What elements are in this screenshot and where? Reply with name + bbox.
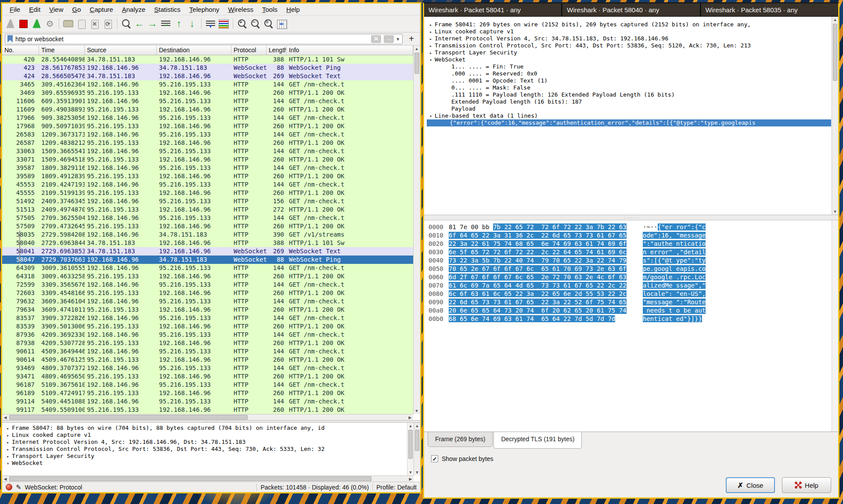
column-header-destination[interactable]: Destination <box>157 46 231 55</box>
hex-row[interactable]: 009022 6d 65 73 73 61 67 65 22 3a 22 52 … <box>429 298 838 306</box>
save-capture-icon[interactable] <box>76 18 87 30</box>
column-header-info[interactable]: Info <box>287 46 413 55</box>
packet-list-vscrollbar[interactable]: ▲ ▼ <box>413 46 420 414</box>
expand-arrow-icon[interactable]: ▸ <box>4 446 12 453</box>
menu-edit[interactable]: Edit <box>25 5 44 14</box>
window-titlebar[interactable]: Wireshark · Packet 58035 · any <box>701 4 838 17</box>
expand-arrow-icon[interactable]: ▾ <box>427 113 435 119</box>
hex-row[interactable]: 00306e 5f 65 72 72 6f 72 22 2c 22 64 65 … <box>429 248 838 256</box>
menu-telephony[interactable]: Telephony <box>185 5 223 14</box>
detail-row[interactable]: ▸Transport Layer Security <box>4 453 404 460</box>
go-first-packet-icon[interactable]: ↑ <box>173 18 185 30</box>
tree-row[interactable]: .... 0001 = Opcode: Text (1) <box>427 77 831 84</box>
details-hscrollbar[interactable]: ◀ ▶ <box>2 475 414 482</box>
column-header-source[interactable]: Source <box>85 46 157 55</box>
tree-row[interactable]: ▾Line-based text data (1 lines) <box>427 112 831 119</box>
packet-row[interactable]: 11606609.359139013192.168.146.9695.216.1… <box>2 97 413 105</box>
tree-row[interactable]: ▸Internet Protocol Version 4, Src: 34.78… <box>427 35 831 42</box>
packet-row[interactable]: 580352729.5984208…192.168.146.9634.78.15… <box>2 230 413 239</box>
scroll-down-icon[interactable]: ▼ <box>414 469 420 475</box>
packet-row[interactable]: 643183009.4633258…95.216.195.133192.168.… <box>2 272 413 281</box>
tree-row[interactable]: ▾WebSocket <box>427 56 831 63</box>
expand-arrow-icon[interactable]: ▸ <box>427 29 435 35</box>
scroll-down-icon[interactable]: ▼ <box>407 469 414 475</box>
reload-capture-icon[interactable]: ⟳ <box>102 18 114 30</box>
menu-analyze[interactable]: Analyze <box>118 5 149 14</box>
tree-row[interactable]: 0... .... = Mask: False <box>427 84 831 91</box>
window-titlebar[interactable]: Wireshark · Packet 58041 · any <box>424 4 561 17</box>
vscroll-thumb[interactable] <box>833 24 837 81</box>
expand-arrow-icon[interactable]: ▸ <box>4 439 12 446</box>
go-forward-icon[interactable]: → <box>147 18 159 30</box>
details-vscrollbar-inner[interactable]: ▲ ▼ <box>407 423 414 475</box>
filter-apply-icon[interactable]: → <box>384 35 394 43</box>
packet-row[interactable]: 835393909.5013006…95.216.195.133192.168.… <box>2 322 413 331</box>
menu-capture[interactable]: Capture <box>86 5 117 14</box>
column-header-length[interactable]: Length <box>267 46 287 55</box>
packet-row[interactable]: 42028.55464089834.78.151.183192.168.146.… <box>2 55 413 64</box>
go-to-packet-icon[interactable]: → <box>160 18 172 30</box>
hex-row[interactable]: 00106f 64 65 22 3a 31 36 2c 22 6d 65 73 … <box>429 231 838 240</box>
hex-row[interactable]: 000081 7e 00 bb 7b 22 65 72 72 6f 72 22 … <box>429 223 838 231</box>
hex-vscrollbar[interactable] <box>832 220 838 432</box>
auto-scroll-icon[interactable]: ▾ <box>205 18 216 30</box>
tree-row[interactable]: ▸Linux cooked capture v1 <box>427 28 831 35</box>
tree-row[interactable]: ▸Transport Layer Security <box>427 49 831 56</box>
packet-row[interactable]: 330711509.4694518…95.216.195.133192.168.… <box>2 155 413 164</box>
window-titlebar[interactable]: Wireshark · Packet 58040 · any <box>562 4 699 17</box>
show-packet-bytes-checkbox[interactable]: ✓ <box>431 455 438 462</box>
packet-list-hscrollbar[interactable]: ◀ ▶ <box>2 414 413 420</box>
expand-arrow-icon[interactable]: ▸ <box>427 36 435 42</box>
tree-row[interactable]: Extended Payload length (16 bits): 187 <box>427 98 831 105</box>
filter-dropdown-icon[interactable]: ▾ <box>396 36 399 42</box>
packet-row[interactable]: 265871209.4838212…95.216.195.133192.168.… <box>2 139 413 147</box>
packet-row[interactable]: 514922409.3746345…192.168.146.9695.216.1… <box>2 197 413 205</box>
packet-row[interactable]: 395871809.3829116…192.168.146.9695.216.1… <box>2 164 413 172</box>
tree-row[interactable]: ▸Transmission Control Protocol, Src Port… <box>427 42 831 49</box>
tree-row[interactable]: 1... .... = Fin: True <box>427 63 831 70</box>
packet-row[interactable]: 991145409.4451088…192.168.146.9695.216.1… <box>2 397 413 406</box>
expand-arrow-icon[interactable]: ▸ <box>4 453 12 460</box>
restart-capture-icon[interactable] <box>31 18 43 30</box>
tree-row[interactable]: .000 .... = Reserved: 0x0 <box>427 70 831 77</box>
detail-row[interactable]: ▸Internet Protocol Version 4, Src: 192.1… <box>4 439 404 446</box>
status-profile-text[interactable]: Profile: Default <box>376 484 417 491</box>
stop-capture-icon[interactable] <box>18 18 29 30</box>
packet-row[interactable]: 42328.561767853192.168.146.9634.78.151.1… <box>2 64 413 72</box>
zoom-in-icon[interactable]: + <box>236 18 248 30</box>
detail-row[interactable]: ▸Frame 58047: 88 bytes on wire (704 bits… <box>4 425 404 432</box>
hex-row[interactable]: 004073 22 3a 5b 7b 22 40 74 79 70 65 22 … <box>429 256 838 265</box>
scroll-up-icon[interactable]: ▲ <box>407 423 414 429</box>
detail-row[interactable]: ▸Transmission Control Protocol, Src Port… <box>4 446 404 453</box>
packet-row[interactable]: 515132409.4974870…95.216.195.133192.168.… <box>2 205 413 214</box>
packet-row[interactable]: 42428.56650547634.78.151.183192.168.146.… <box>2 72 413 80</box>
hex-row[interactable]: 00a020 6e 65 65 64 73 20 74 6f 20 62 65 … <box>429 306 838 315</box>
packet-row[interactable]: 3469309.65596935795.216.195.133192.168.1… <box>2 89 413 97</box>
packet-row[interactable]: 796343609.4741011…95.216.195.133192.168.… <box>2 306 413 314</box>
zoom-out-icon[interactable]: − <box>249 18 261 30</box>
packet-row[interactable]: 395891809.4912839…95.216.195.133192.168.… <box>2 172 413 180</box>
capture-options-icon[interactable]: ⚙ <box>44 18 56 30</box>
tree-vscrollbar[interactable]: ▲ ▼ <box>832 17 838 215</box>
packet-row[interactable]: 934714809.4695650…95.216.195.133192.168.… <box>2 372 413 381</box>
scroll-up-icon[interactable]: ▲ <box>414 46 420 52</box>
filter-clear-icon[interactable]: ✕ <box>371 35 381 43</box>
scroll-right-icon[interactable]: ▶ <box>407 476 414 482</box>
tree-row[interactable]: {"error":{"code":16,"message":"authentic… <box>427 119 831 126</box>
hscroll-thumb[interactable] <box>9 476 371 481</box>
packet-row[interactable]: 725993309.3565676…192.168.146.9695.216.1… <box>2 281 413 289</box>
menu-tools[interactable]: Tools <box>258 5 281 14</box>
colorize-icon[interactable] <box>218 18 230 30</box>
packet-row[interactable]: 906144509.4676125…95.216.195.133192.168.… <box>2 356 413 364</box>
tab-frame-269-bytes-[interactable]: Frame (269 bytes) <box>428 432 493 447</box>
display-filter-input[interactable] <box>15 36 368 43</box>
packet-row[interactable]: 11609609.49038893195.216.195.133192.168.… <box>2 105 413 114</box>
scroll-up-icon[interactable]: ▲ <box>832 17 838 23</box>
packet-row[interactable]: 879364209.3692330…192.168.146.9695.216.1… <box>2 331 413 339</box>
start-capture-icon[interactable] <box>4 18 16 30</box>
details-vscrollbar[interactable]: ▲ ▼ <box>414 423 420 475</box>
packet-row[interactable]: 991175409.5509100…95.216.195.133192.168.… <box>2 406 413 414</box>
hex-row[interactable]: 007061 6c 69 7a 65 64 4d 65 73 73 61 67 … <box>429 281 838 290</box>
menu-go[interactable]: Go <box>68 5 85 14</box>
packet-row[interactable]: 726033309.4548166…95.216.195.133192.168.… <box>2 289 413 297</box>
